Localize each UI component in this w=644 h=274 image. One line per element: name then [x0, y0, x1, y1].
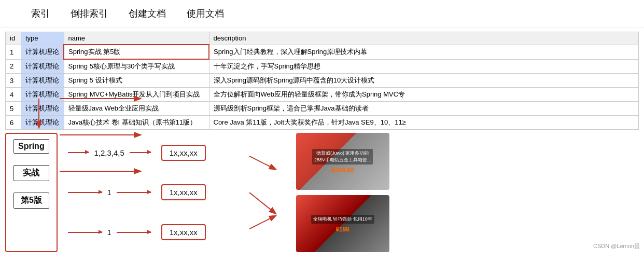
- cell-description: Spring入门经典教程，深入理解Spring原理技术内幕: [209, 45, 639, 59]
- posting-box-3: 1x,xx,xx: [161, 224, 206, 240]
- table-row: 1计算机理论Spring实战 第5版Spring入门经典教程，深入理解Sprin…: [6, 45, 639, 59]
- product-image-2: 全铜电机 轻巧强劲 包用10年 ¥198: [296, 195, 389, 252]
- cell-id: 1: [6, 45, 21, 59]
- arrow-line-2: [68, 192, 102, 193]
- cell-description: 源码级剖析Spring框架，适合已掌握Java基础的读者: [209, 102, 639, 116]
- cell-type: 计算机理论: [21, 102, 64, 116]
- arrow-row-1: 1,2,3,4,5: [68, 148, 151, 157]
- cell-description: 全方位解析面向Web应用的轻量级框架，带你成为Spring MVC专: [209, 88, 639, 102]
- middle-arrows-section: 1,2,3,4,5 1 1: [58, 133, 161, 252]
- cell-id: 2: [6, 59, 21, 74]
- cell-type: 计算机理论: [21, 59, 64, 74]
- col-header-type: type: [21, 32, 64, 45]
- bottom-section: Spring 实战 第5版 1,2,3,4,5 1 1: [0, 133, 644, 252]
- mid-number-1: 1,2,3,4,5: [94, 148, 124, 157]
- term-spring: Spring: [13, 139, 49, 154]
- col-header-id: id: [6, 32, 21, 45]
- data-table-area: id type name description 1计算机理论Spring实战 …: [0, 28, 644, 130]
- books-table: id type name description 1计算机理论Spring实战 …: [5, 32, 639, 130]
- posting-row-2: 1x,xx,xx: [161, 184, 244, 200]
- term-di5ban: 第5版: [13, 193, 49, 209]
- posting-row-3: 1x,xx,xx: [161, 224, 244, 240]
- cell-id: 5: [6, 102, 21, 116]
- posting-row-1: 1x,xx,xx: [161, 145, 244, 161]
- mid-number-2: 1: [107, 188, 111, 197]
- nav-item-create-doc[interactable]: 创建文档: [129, 5, 166, 22]
- arrow-line-3b: [117, 232, 151, 233]
- arrow-row-2: 1: [68, 188, 151, 197]
- products-area: 德普威(Juwo) 家用多功能288V手电钻五金工具箱套... ¥208.00 …: [296, 133, 389, 252]
- term-shizhan: 实战: [13, 165, 49, 181]
- inverted-index-box: Spring 实战 第5版: [5, 133, 58, 252]
- cell-id: 6: [6, 116, 21, 130]
- posting-box-1: 1x,xx,xx: [161, 145, 206, 161]
- product-image-1: 德普威(Juwo) 家用多功能288V手电钻五金工具箱套... ¥208.00: [296, 133, 389, 190]
- cell-name: 轻量级Java Web企业应用实战: [64, 102, 209, 116]
- col-header-description: description: [209, 32, 639, 45]
- col-header-name: name: [64, 32, 209, 45]
- product-2-price: ¥198: [335, 226, 349, 233]
- table-row: 3计算机理论Spring 5 设计模式深入Spring源码剖析Spring源码中…: [6, 74, 639, 88]
- svg-line-2: [249, 216, 275, 229]
- cell-name: Spring 5核心原理与30个类手写实战: [64, 59, 209, 74]
- cell-type: 计算机理论: [21, 116, 64, 130]
- cell-type: 计算机理论: [21, 74, 64, 88]
- nav-item-use-doc[interactable]: 使用文档: [187, 5, 224, 22]
- cell-description: Core Java 第11版，Jolt大奖获奖作品，针对Java SE9、10、…: [209, 116, 639, 130]
- cell-description: 深入Spring源码剖析Spring源码中蕴含的10大设计模式: [209, 74, 639, 88]
- arrow-line-1: [68, 152, 89, 153]
- product-arrow-area: [249, 133, 281, 252]
- cell-name: Spring 5 设计模式: [64, 74, 209, 88]
- cell-id: 3: [6, 74, 21, 88]
- table-row: 6计算机理论Java核心技术 卷I 基础知识（原书第11版）Core Java …: [6, 116, 639, 130]
- arrow-line-3: [68, 232, 102, 233]
- posting-box-2: 1x,xx,xx: [161, 184, 206, 200]
- arrow-row-3: 1: [68, 228, 151, 237]
- posting-lists-section: 1x,xx,xx 1x,xx,xx 1x,xx,xx: [161, 133, 244, 252]
- cell-description: 十年沉淀之作，手写Spring精华思想: [209, 59, 639, 74]
- watermark: CSDN @Lemon蛋: [593, 242, 640, 250]
- cell-type: 计算机理论: [21, 45, 64, 59]
- nav-item-index[interactable]: 索引: [31, 5, 50, 22]
- cell-id: 4: [6, 88, 21, 102]
- cell-name: Spring实战 第5版: [64, 45, 209, 59]
- cell-type: 计算机理论: [21, 88, 64, 102]
- cell-name: Java核心技术 卷I 基础知识（原书第11版）: [64, 116, 209, 130]
- nav-item-inverted-index[interactable]: 倒排索引: [71, 5, 108, 22]
- diagonal-arrows-svg: [249, 141, 281, 244]
- top-navigation: 索引 倒排索引 创建文档 使用文档: [0, 0, 644, 28]
- table-row: 2计算机理论Spring 5核心原理与30个类手写实战十年沉淀之作，手写Spri…: [6, 59, 639, 74]
- mid-number-3: 1: [107, 228, 111, 237]
- svg-line-0: [249, 156, 275, 169]
- cell-name: Spring MVC+MyBatis开发从入门到项目实战: [64, 88, 209, 102]
- svg-line-1: [249, 193, 275, 213]
- arrow-line-1b: [130, 152, 151, 153]
- arrow-line-2b: [117, 192, 151, 193]
- table-row: 5计算机理论轻量级Java Web企业应用实战源码级剖析Spring框架，适合已…: [6, 102, 639, 116]
- table-row: 4计算机理论Spring MVC+MyBatis开发从入门到项目实战全方位解析面…: [6, 88, 639, 102]
- product-1-price: ¥208.00: [331, 167, 354, 174]
